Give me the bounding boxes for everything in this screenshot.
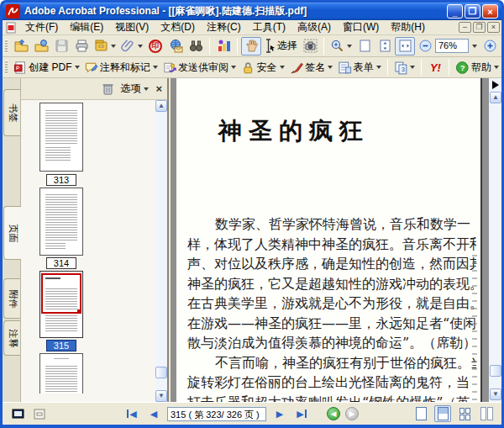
- page-number-field[interactable]: 315 ( 第 323/ 326 页 ): [167, 407, 266, 421]
- continuous-facing-icon: [459, 408, 470, 420]
- yahoo-toolbar-button[interactable]: Y!: [425, 58, 445, 77]
- page-display-button[interactable]: 3: [391, 58, 418, 77]
- select-tool-button[interactable]: 选择: [261, 37, 300, 55]
- hand-tool-button[interactable]: [241, 37, 261, 55]
- doc-scroll-down-icon[interactable]: ▼: [490, 388, 501, 400]
- menu-help[interactable]: 帮助(H): [385, 19, 431, 35]
- panel-scroll-up-icon[interactable]: ▲: [155, 100, 167, 112]
- facing-layout-button[interactable]: [478, 405, 495, 422]
- monitor-icon: [12, 409, 24, 420]
- email-button[interactable]: [165, 37, 186, 55]
- fit-width-button[interactable]: [395, 37, 415, 55]
- scan-gutter-marks: [472, 255, 477, 423]
- dropdown-arrow-icon: [494, 66, 499, 69]
- document-scrollbar[interactable]: ▲ ▼: [489, 78, 501, 402]
- zoom-out-button[interactable]: [415, 37, 435, 55]
- zoom-dropdown-button[interactable]: [469, 37, 480, 55]
- panel-options-button[interactable]: 选项: [120, 82, 149, 96]
- open-button[interactable]: [11, 37, 31, 55]
- print-button[interactable]: [71, 37, 92, 55]
- acrobat-logo-icon: [6, 4, 20, 18]
- fit-page-button[interactable]: [375, 37, 395, 55]
- previous-view-button[interactable]: ◀: [327, 407, 340, 420]
- thumbnail-page-313[interactable]: [39, 103, 83, 172]
- page-label-315-selected[interactable]: 315: [46, 340, 76, 351]
- tab-attachments[interactable]: 附件: [3, 278, 20, 319]
- toolbar-separator: [449, 59, 449, 76]
- doc-minimize-button[interactable]: –: [459, 22, 471, 33]
- panel-scroll-thumb[interactable]: [155, 367, 167, 378]
- forms-button[interactable]: 表单: [335, 58, 384, 77]
- doc-scroll-up-icon[interactable]: ▲: [490, 92, 501, 103]
- menu-tools[interactable]: 工具(T): [247, 19, 291, 35]
- panel-scroll-down-icon[interactable]: ▼: [155, 390, 167, 402]
- comment-markup-button[interactable]: 注释和标记: [82, 58, 160, 77]
- pen-icon: [290, 61, 304, 75]
- current-view-rectangle[interactable]: [41, 273, 81, 314]
- doc-scroll-thumb[interactable]: [490, 365, 501, 377]
- sign-button[interactable]: 签名: [287, 58, 336, 77]
- facing-pages-icon: [480, 407, 493, 420]
- page-label-313[interactable]: 313: [46, 174, 76, 186]
- last-page-button[interactable]: ▶: [293, 405, 310, 422]
- zoom-tool-button[interactable]: [328, 37, 354, 55]
- single-page-layout-button[interactable]: [412, 405, 429, 422]
- menu-document[interactable]: 文档(D): [155, 19, 201, 35]
- eseal-button[interactable]: 印: [145, 37, 165, 55]
- maximize-button[interactable]: ❐: [465, 4, 480, 18]
- tab-bookmarks[interactable]: 书签: [3, 89, 20, 136]
- organizer-open-button[interactable]: [31, 37, 51, 55]
- first-page-button[interactable]: ◀: [123, 405, 140, 422]
- zoom-in-button[interactable]: [480, 37, 500, 55]
- attach-button[interactable]: [118, 37, 145, 55]
- view-rect-handle[interactable]: [77, 309, 81, 314]
- continuous-layout-button[interactable]: [434, 405, 451, 422]
- thumbnail-page-316[interactable]: [39, 353, 83, 394]
- next-page-button[interactable]: ▶: [271, 405, 288, 422]
- search-button[interactable]: [186, 37, 206, 55]
- thumbnail-page-315[interactable]: [39, 271, 83, 338]
- send-review-button[interactable]: 发送供审阅: [160, 58, 239, 77]
- snapshot-button[interactable]: [300, 37, 320, 55]
- how-to-button[interactable]: [213, 37, 234, 55]
- svg-text:3: 3: [402, 66, 405, 71]
- thumbnail-page-314[interactable]: [39, 188, 83, 256]
- menu-advanced[interactable]: 高级(A): [291, 19, 337, 35]
- secure-button[interactable]: 安全: [239, 58, 287, 77]
- fullscreen-toggle-button[interactable]: [9, 405, 26, 422]
- doc-restore-button[interactable]: ❐: [473, 22, 486, 33]
- close-button[interactable]: ×: [482, 4, 498, 18]
- pdf-page[interactable]: 神圣的疯狂 数学家、哲学家怀特海曾说，音乐和数学一 样，体现了人类精神中神圣的疯…: [176, 78, 482, 402]
- comment-markup-label: 注释和标记: [100, 61, 150, 75]
- trash-icon[interactable]: [102, 82, 113, 95]
- save-button[interactable]: [51, 37, 71, 55]
- tab-comments[interactable]: 注释: [3, 320, 20, 356]
- create-pdf-button[interactable]: 创建 PDF: [11, 58, 82, 77]
- toolbar-grip[interactable]: [5, 61, 8, 74]
- tab-pages[interactable]: 页面: [3, 206, 21, 260]
- window-title: Adobe Acrobat Professional - [[麻雀啁啾].陆建德…: [24, 4, 445, 18]
- scroll-options-arrow-icon[interactable]: [492, 81, 499, 89]
- toolbar-grip[interactable]: [5, 40, 8, 53]
- next-view-button[interactable]: ▶: [345, 407, 359, 420]
- organizer-button[interactable]: [92, 37, 118, 55]
- panel-close-button[interactable]: ×: [155, 82, 162, 95]
- previous-page-button[interactable]: ◀: [145, 405, 162, 422]
- help-button[interactable]: ? 帮助: [453, 58, 501, 77]
- menu-comments[interactable]: 注释(C): [201, 19, 247, 35]
- continuous-facing-layout-button[interactable]: [456, 405, 473, 422]
- pages-panel: 选项 × 313 314: [21, 78, 169, 402]
- doc-close-button[interactable]: ×: [487, 22, 500, 33]
- page-size-button[interactable]: [31, 405, 48, 422]
- panel-scrollbar[interactable]: ▲ ▼: [155, 100, 167, 402]
- menu-file[interactable]: 文件(F): [19, 19, 64, 35]
- minimize-button[interactable]: _: [447, 4, 463, 18]
- actual-size-button[interactable]: [354, 37, 375, 55]
- menu-edit[interactable]: 编辑(E): [64, 19, 109, 35]
- zoom-level-field[interactable]: 76%: [435, 39, 469, 53]
- paperclip-icon: [121, 39, 135, 53]
- organizer-drawer-icon: [94, 39, 108, 53]
- menu-window[interactable]: 窗口(W): [337, 19, 385, 35]
- menu-view[interactable]: 视图(V): [109, 19, 155, 35]
- page-label-314[interactable]: 314: [46, 257, 76, 269]
